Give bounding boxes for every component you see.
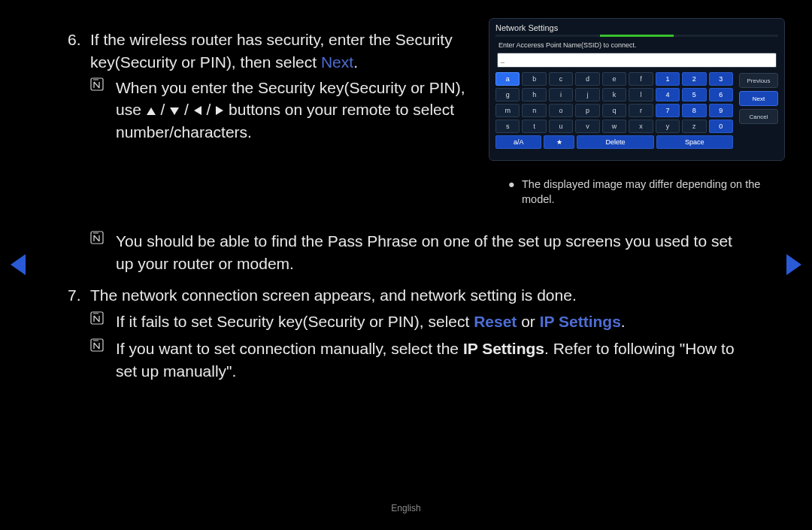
network-settings-panel: Network Settings Enter Acceress Point Na… bbox=[489, 18, 785, 161]
key-g[interactable]: g bbox=[495, 88, 520, 101]
key-m[interactable]: m bbox=[495, 104, 520, 117]
step-6-note-1: When you enter the Security key(Security… bbox=[116, 77, 474, 144]
key-8[interactable]: 8 bbox=[682, 104, 706, 117]
key-2[interactable]: 2 bbox=[682, 72, 706, 86]
next-link: Next bbox=[321, 53, 353, 71]
key-7[interactable]: 7 bbox=[656, 104, 680, 117]
onscreen-keyboard[interactable]: abcdef123ghijkl456mnopqr789stuvwxyz0 bbox=[495, 72, 733, 133]
key-h[interactable]: h bbox=[522, 88, 546, 101]
key-l[interactable]: l bbox=[629, 88, 653, 101]
slash-1: / bbox=[161, 101, 170, 118]
note-icon bbox=[90, 230, 116, 275]
key-z[interactable]: z bbox=[682, 120, 706, 133]
step-6-note-2: You should be able to find the Pass Phra… bbox=[116, 230, 744, 275]
key-p[interactable]: p bbox=[575, 104, 599, 117]
slash-3: / bbox=[207, 101, 216, 118]
key-i[interactable]: i bbox=[549, 88, 573, 101]
key-0[interactable]: 0 bbox=[709, 120, 733, 133]
step-7-text: The network connection screen appears, a… bbox=[90, 284, 577, 307]
key-o[interactable]: o bbox=[549, 104, 573, 117]
svg-marker-2 bbox=[147, 108, 156, 115]
panel-prompt: Enter Acceress Point Name(SSID) to conne… bbox=[498, 41, 777, 49]
key-1[interactable]: 1 bbox=[656, 72, 680, 86]
key-v[interactable]: v bbox=[575, 120, 599, 133]
key-u[interactable]: u bbox=[549, 120, 573, 133]
down-arrow-icon bbox=[169, 107, 180, 116]
language-footer: English bbox=[0, 503, 812, 513]
step-6-period: . bbox=[353, 53, 358, 71]
ip-settings-link: IP Settings bbox=[540, 313, 621, 330]
key-delete[interactable]: Delete bbox=[577, 135, 653, 149]
step-6-text-a: If the wireless router has security, ent… bbox=[90, 31, 453, 71]
ip-settings-bold: IP Settings bbox=[463, 340, 544, 357]
previous-button[interactable]: Previous bbox=[739, 73, 778, 88]
svg-marker-4 bbox=[194, 106, 201, 115]
key-n[interactable]: n bbox=[522, 104, 546, 117]
key-t[interactable]: t bbox=[522, 120, 546, 133]
key-x[interactable]: x bbox=[629, 120, 653, 133]
reset-link: Reset bbox=[474, 313, 517, 330]
slash-2: / bbox=[184, 101, 193, 118]
page-next-arrow[interactable] bbox=[786, 254, 801, 275]
right-arrow-icon bbox=[215, 105, 224, 116]
key-k[interactable]: k bbox=[602, 88, 626, 101]
key-w[interactable]: w bbox=[602, 120, 626, 133]
key-y[interactable]: y bbox=[656, 120, 680, 133]
key-r[interactable]: r bbox=[629, 104, 653, 117]
note-icon bbox=[90, 77, 116, 144]
key-q[interactable]: q bbox=[602, 104, 626, 117]
note-icon bbox=[90, 338, 116, 383]
key-3[interactable]: 3 bbox=[709, 72, 733, 86]
key-c[interactable]: c bbox=[549, 72, 573, 86]
key-6[interactable]: 6 bbox=[709, 88, 733, 101]
caption-text: The displayed image may differ depending… bbox=[522, 177, 786, 207]
key-s[interactable]: s bbox=[495, 120, 520, 133]
step-7-number: 7. bbox=[68, 284, 90, 307]
cancel-button[interactable]: Cancel bbox=[739, 109, 778, 124]
step-6-number: 6. bbox=[68, 29, 90, 74]
progress-bar bbox=[495, 35, 778, 37]
key-d[interactable]: d bbox=[575, 72, 599, 86]
left-arrow-icon bbox=[193, 105, 202, 116]
step-7-note-1: If it fails to set Security key(Security… bbox=[116, 310, 626, 333]
key-4[interactable]: 4 bbox=[656, 88, 680, 101]
key-j[interactable]: j bbox=[575, 88, 599, 101]
key-9[interactable]: 9 bbox=[709, 104, 733, 117]
step-6-text: If the wireless router has security, ent… bbox=[90, 29, 474, 74]
or: or bbox=[517, 313, 539, 330]
n2a: If you want to set connection manually, … bbox=[116, 340, 463, 357]
svg-marker-5 bbox=[216, 106, 223, 115]
bullet-icon: ● bbox=[508, 177, 522, 207]
panel-title: Network Settings bbox=[495, 23, 778, 32]
key-space[interactable]: Space bbox=[656, 135, 733, 149]
key-e[interactable]: e bbox=[602, 72, 626, 86]
key-5[interactable]: 5 bbox=[682, 88, 706, 101]
key-case-toggle[interactable]: a/A bbox=[495, 135, 541, 149]
next-button[interactable]: Next bbox=[739, 91, 778, 106]
key-f[interactable]: f bbox=[629, 72, 653, 86]
n1b: . bbox=[621, 313, 626, 330]
key-b[interactable]: b bbox=[522, 72, 546, 86]
step-7-note-2: If you want to set connection manually, … bbox=[116, 338, 744, 383]
n1a: If it fails to set Security key(Security… bbox=[116, 313, 474, 330]
ssid-input[interactable]: _ bbox=[497, 53, 777, 68]
up-arrow-icon bbox=[146, 107, 156, 116]
note-icon bbox=[90, 310, 116, 333]
key-a[interactable]: a bbox=[495, 72, 520, 86]
key-star[interactable]: ★ bbox=[544, 135, 574, 149]
svg-marker-3 bbox=[170, 108, 179, 115]
page-prev-arrow[interactable] bbox=[11, 254, 26, 275]
